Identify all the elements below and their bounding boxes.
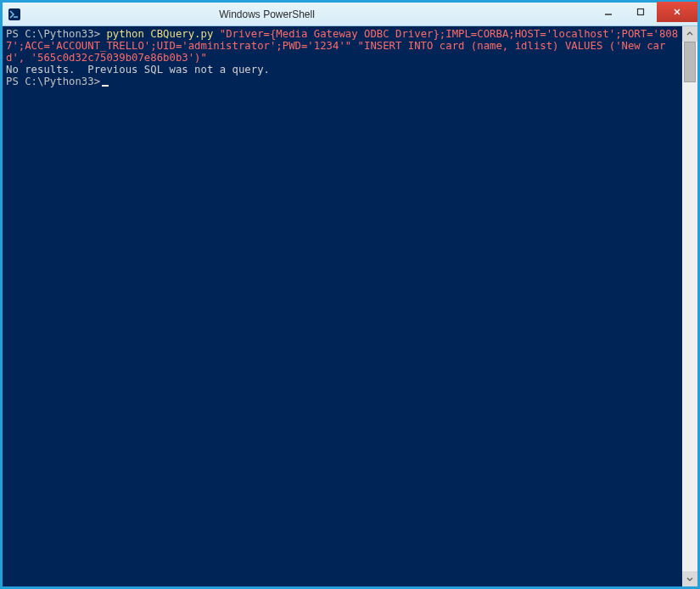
maximize-button[interactable]	[624, 2, 657, 22]
command-script: CBQuery.py	[144, 28, 213, 40]
svg-rect-2	[638, 9, 644, 15]
chevron-down-icon	[686, 575, 693, 582]
scroll-track[interactable]	[682, 42, 697, 571]
command-program: python	[100, 28, 144, 40]
scroll-up-button[interactable]	[682, 26, 697, 42]
powershell-window: Windows PowerShell PS C:\Python33> pytho…	[0, 0, 700, 589]
output-line: No results. Previous SQL was not a query…	[6, 64, 270, 76]
terminal-area[interactable]: PS C:\Python33> python CBQuery.py "Drive…	[3, 26, 697, 586]
prompt: PS C:\Python33>	[6, 28, 100, 40]
scroll-thumb[interactable]	[684, 42, 696, 82]
minimize-button[interactable]	[592, 2, 624, 22]
cursor	[102, 85, 109, 87]
scroll-down-button[interactable]	[682, 571, 697, 586]
window-title: Windows PowerShell	[26, 8, 592, 20]
titlebar[interactable]: Windows PowerShell	[3, 3, 697, 26]
window-controls	[592, 3, 697, 25]
vertical-scrollbar[interactable]	[682, 26, 697, 586]
chevron-up-icon	[686, 31, 693, 37]
terminal-output[interactable]: PS C:\Python33> python CBQuery.py "Drive…	[3, 26, 682, 586]
powershell-app-icon	[8, 8, 21, 21]
prompt: PS C:\Python33>	[6, 76, 100, 87]
close-button[interactable]	[657, 2, 697, 22]
